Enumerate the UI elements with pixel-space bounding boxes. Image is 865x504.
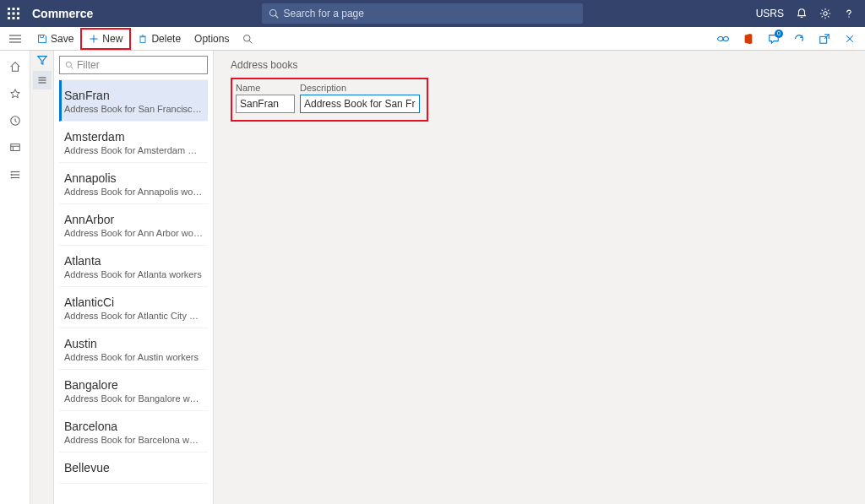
list-item-name: Austin — [64, 337, 203, 350]
list-item[interactable]: AnnArborAddress Book for Ann Arbor worke… — [59, 204, 208, 246]
new-label: New — [102, 33, 122, 45]
svg-rect-6 — [8, 17, 10, 19]
list-item-name: Annapolis — [64, 171, 203, 185]
svg-point-26 — [723, 36, 728, 41]
svg-point-37 — [10, 171, 12, 173]
message-count-badge: 0 — [775, 30, 783, 38]
search-icon — [65, 61, 73, 69]
list-filter-input[interactable]: Filter — [59, 56, 208, 74]
page-title: Address books — [231, 59, 862, 71]
list-item-name: Bellevue — [64, 461, 203, 474]
svg-line-44 — [71, 67, 73, 69]
global-search-input[interactable]: Search for a page — [262, 3, 583, 24]
list-item[interactable]: Bellevue — [59, 453, 208, 484]
list-item[interactable]: BarcelonaAddress Book for Barcelona work… — [59, 411, 208, 453]
list-item-desc: Address Book for Atlantic City workers — [64, 311, 203, 321]
main-content: Address books Name Description — [213, 51, 865, 504]
list-item-name: AnnArbor — [64, 213, 203, 226]
notification-bell-icon[interactable] — [791, 0, 813, 27]
list-item-name: Barcelona — [64, 420, 203, 433]
office-icon[interactable] — [737, 27, 760, 51]
list-item-name: Amsterdam — [64, 130, 203, 144]
delete-label: Delete — [151, 33, 181, 45]
svg-rect-20 — [140, 36, 145, 42]
save-button[interactable]: Save — [30, 27, 80, 51]
app-title: Commerce — [27, 7, 93, 20]
name-input[interactable] — [236, 95, 295, 113]
list-item-desc: Address Book for San Francisco store wor… — [64, 104, 203, 114]
list-view-icon[interactable] — [33, 71, 52, 89]
funnel-filter-icon[interactable] — [36, 54, 48, 66]
name-field-label: Name — [236, 83, 295, 93]
list-item[interactable]: AmsterdamAddress Book for Amsterdam work… — [59, 122, 208, 163]
description-field-label: Description — [300, 83, 420, 93]
list-item-desc: Address Book for Annapolis workers — [64, 187, 203, 197]
search-icon — [269, 8, 279, 19]
svg-point-25 — [718, 36, 723, 41]
svg-rect-4 — [13, 13, 15, 15]
popout-icon[interactable] — [813, 27, 836, 51]
nav-collapse-icon[interactable] — [0, 34, 30, 44]
options-label: Options — [194, 33, 229, 45]
toolbar-search-button[interactable] — [236, 27, 259, 51]
list-item[interactable]: BangaloreAddress Book for Bangalore work… — [59, 370, 208, 411]
save-icon — [37, 34, 47, 44]
link-icon[interactable] — [711, 27, 735, 51]
list-item[interactable]: AtlanticCiAddress Book for Atlantic City… — [59, 287, 208, 328]
record-form: Name Description — [231, 78, 428, 122]
list-item-desc: Address Book for Ann Arbor workers — [64, 228, 203, 238]
messages-icon[interactable]: 0 — [762, 27, 786, 51]
svg-point-38 — [10, 174, 12, 176]
list-item-name: SanFran — [64, 89, 203, 102]
svg-rect-5 — [17, 13, 19, 15]
svg-rect-17 — [41, 35, 44, 37]
new-button[interactable]: New — [80, 28, 131, 50]
trash-icon — [138, 34, 148, 44]
svg-line-10 — [275, 15, 278, 18]
home-icon[interactable] — [2, 54, 29, 79]
svg-rect-8 — [17, 17, 19, 19]
refresh-icon[interactable] — [787, 27, 811, 51]
list-item-desc: Address Book for Barcelona workers — [64, 435, 203, 445]
list-item-name: Atlanta — [64, 254, 203, 268]
svg-point-43 — [66, 62, 71, 67]
svg-rect-31 — [10, 144, 19, 151]
list-item-desc: Address Book for Bangalore workers — [64, 393, 203, 404]
svg-line-24 — [250, 41, 253, 43]
svg-rect-0 — [8, 8, 10, 10]
plus-icon — [89, 34, 99, 44]
list-item[interactable]: AtlantaAddress Book for Atlanta workers — [59, 246, 208, 287]
svg-point-12 — [824, 12, 827, 15]
settings-gear-icon[interactable] — [814, 0, 836, 27]
list-item-desc: Address Book for Amsterdam workers — [64, 145, 203, 155]
search-icon — [242, 34, 253, 44]
user-label[interactable]: USRS — [751, 8, 789, 19]
save-label: Save — [51, 33, 73, 45]
workspace-icon[interactable] — [2, 135, 29, 160]
svg-rect-7 — [13, 17, 15, 19]
app-launcher-icon[interactable] — [0, 0, 27, 27]
list-item-desc: Address Book for Austin workers — [64, 352, 203, 362]
favorite-star-icon[interactable] — [2, 81, 29, 106]
list-item[interactable]: AnnapolisAddress Book for Annapolis work… — [59, 163, 208, 204]
help-icon[interactable] — [838, 0, 860, 27]
top-bar: Commerce Search for a page USRS — [0, 0, 865, 27]
recent-clock-icon[interactable] — [2, 108, 29, 133]
close-icon[interactable] — [838, 27, 862, 51]
search-placeholder: Search for a page — [284, 8, 364, 19]
record-list: Filter SanFranAddress Book for San Franc… — [54, 51, 213, 504]
delete-button[interactable]: Delete — [131, 27, 188, 51]
svg-point-13 — [848, 16, 849, 17]
svg-point-9 — [269, 10, 276, 17]
modules-icon[interactable] — [2, 162, 29, 187]
svg-point-39 — [10, 177, 12, 179]
list-item-desc: Address Book for Atlanta workers — [64, 269, 203, 279]
filter-column — [30, 51, 54, 504]
list-item-name: Bangalore — [64, 378, 203, 392]
list-item[interactable]: SanFranAddress Book for San Francisco st… — [59, 80, 208, 122]
description-input[interactable] — [300, 95, 420, 113]
svg-rect-3 — [8, 13, 10, 15]
list-item-name: AtlanticCi — [64, 295, 203, 309]
list-item[interactable]: AustinAddress Book for Austin workers — [59, 328, 208, 370]
options-button[interactable]: Options — [188, 27, 236, 51]
